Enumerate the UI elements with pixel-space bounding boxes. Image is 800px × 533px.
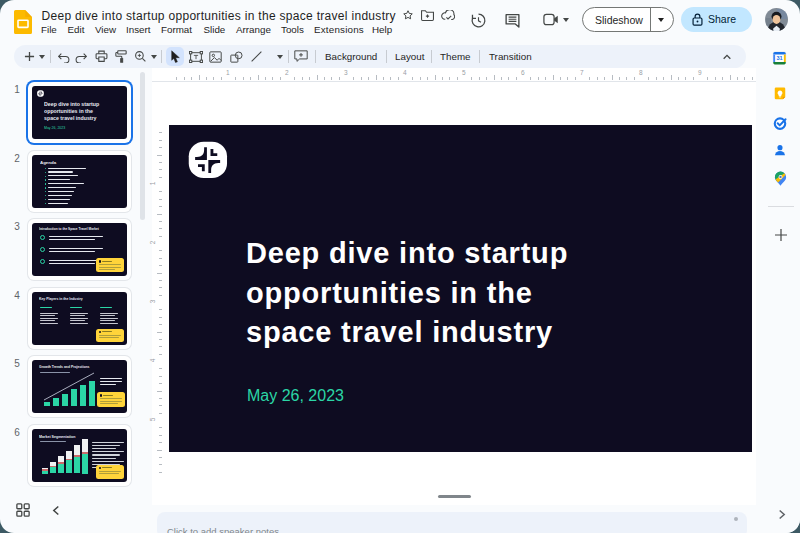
svg-text:31: 31	[776, 55, 782, 61]
